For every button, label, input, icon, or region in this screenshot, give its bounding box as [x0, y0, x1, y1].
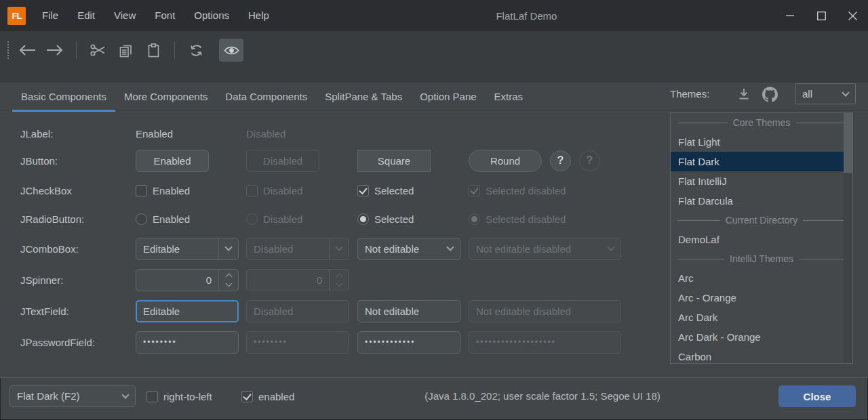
chevron-down-icon: [607, 243, 614, 251]
laf-combobox[interactable]: Flat Dark (F2): [9, 385, 136, 407]
menu-options[interactable]: Options: [184, 0, 239, 31]
menu-view[interactable]: View: [104, 0, 145, 31]
passwordfield-not-editable-disabled: •••••••••••••••••••: [469, 331, 621, 354]
tab-basic-components[interactable]: Basic Components: [12, 83, 115, 110]
tab-option-pane[interactable]: Option Pane: [411, 83, 485, 110]
cut-button[interactable]: [85, 39, 110, 62]
theme-item-arc-dark-orange[interactable]: Arc Dark - Orange: [671, 327, 852, 347]
theme-filter-combobox[interactable]: all: [795, 83, 856, 104]
passwordfield-editable[interactable]: ••••••••: [136, 331, 239, 354]
checkbox-label: Selected: [374, 185, 414, 196]
help-button-disabled: ?: [579, 150, 600, 171]
radio-enabled[interactable]: Enabled: [136, 207, 190, 230]
theme-item-flat-intellij[interactable]: Flat IntelliJ: [671, 171, 852, 191]
jtextfield-row-label: JTextField:: [20, 306, 69, 317]
tab-extras[interactable]: Extras: [486, 83, 532, 110]
jlabel-enabled-label: Enabled: [136, 128, 173, 140]
jbutton-row-label: JButton:: [20, 155, 58, 167]
combobox-disabled: Disabled: [246, 238, 349, 260]
forward-button[interactable]: [43, 39, 67, 62]
jlabel-row: JLabel: Enabled Disabled: [20, 122, 671, 145]
tab-data-components[interactable]: Data Components: [216, 83, 316, 110]
scrollbar-thumb[interactable]: [844, 113, 852, 173]
textfield-not-editable[interactable]: Not editable: [357, 300, 460, 322]
theme-item-carbon[interactable]: Carbon: [671, 347, 852, 364]
enabled-checkbox[interactable]: enabled: [241, 385, 294, 408]
menu-file[interactable]: File: [33, 0, 68, 31]
disabled-button: Disabled: [246, 150, 319, 172]
theme-item-arc[interactable]: Arc: [671, 268, 852, 288]
textfield-editable[interactable]: Editable: [136, 300, 239, 322]
radio-label: Selected disabled: [486, 213, 566, 225]
maximize-icon: [817, 12, 826, 20]
titlebar: FL File Edit View Font Options Help Flat…: [0, 0, 868, 31]
radio-icon: [246, 213, 258, 225]
checkbox-label: Enabled: [153, 185, 190, 196]
theme-item-arc-orange[interactable]: Arc - Orange: [671, 288, 852, 308]
github-button[interactable]: [760, 84, 780, 104]
combobox-arrow-button[interactable]: [218, 238, 238, 259]
combobox-value: Not editable: [358, 243, 440, 255]
chevron-down-icon: [121, 391, 129, 398]
chevron-up-icon: [336, 273, 342, 280]
help-button[interactable]: ?: [550, 150, 571, 171]
jspinner-row-label: JSpinner:: [20, 274, 63, 286]
radio-selected-icon: [469, 213, 480, 225]
maximize-button[interactable]: [806, 0, 837, 31]
checkbox-icon: [246, 185, 258, 196]
theme-list-scrollbar[interactable]: [844, 113, 852, 363]
close-button[interactable]: Close: [778, 385, 856, 407]
checkbox-disabled: Disabled: [246, 179, 302, 202]
menu-edit[interactable]: Edit: [68, 0, 104, 31]
jcombobox-row-label: JComboBox:: [20, 243, 79, 255]
tab-splitpane-tabs[interactable]: SplitPane & Tabs: [316, 83, 411, 110]
theme-item-flat-dark[interactable]: Flat Dark: [671, 152, 852, 171]
copy-button[interactable]: [113, 39, 138, 62]
radio-selected[interactable]: Selected: [357, 207, 414, 230]
theme-item-demolaf[interactable]: DemoLaf: [671, 230, 852, 249]
toolbar-grip-handle[interactable]: [7, 41, 9, 59]
spinner-enabled[interactable]: 0: [136, 269, 239, 291]
app-logo-icon: FL: [7, 7, 26, 25]
textfield-disabled: Disabled: [246, 300, 349, 322]
textfield-not-editable-disabled: Not editable disabled: [469, 300, 621, 322]
combobox-not-editable[interactable]: Not editable: [357, 238, 460, 260]
theme-list: Core Themes Flat Light Flat Dark Flat In…: [670, 112, 853, 364]
jradiobutton-row-label: JRadioButton:: [20, 213, 84, 225]
passwordfield-not-editable[interactable]: ••••••••••••: [357, 331, 460, 354]
eye-icon: [224, 45, 239, 56]
tab-more-components[interactable]: More Components: [115, 83, 216, 110]
enabled-label: enabled: [258, 391, 294, 402]
paste-button[interactable]: [141, 39, 165, 62]
radio-icon: [136, 213, 147, 225]
enabled-button[interactable]: Enabled: [136, 150, 209, 172]
spinner-value: 0: [136, 274, 218, 286]
theme-item-flat-light[interactable]: Flat Light: [671, 132, 852, 152]
arrow-left-icon: [18, 44, 36, 56]
theme-item-arc-dark[interactable]: Arc Dark: [671, 308, 852, 327]
close-window-button[interactable]: [837, 0, 868, 31]
right-to-left-checkbox[interactable]: right-to-left: [146, 385, 212, 408]
minimize-button[interactable]: [774, 0, 806, 31]
toolbar-separator: [174, 41, 175, 59]
menu-help[interactable]: Help: [239, 0, 279, 31]
theme-group-separator: Current Directory: [671, 211, 852, 230]
jbutton-row: JButton: Enabled Disabled Square Round ?…: [20, 149, 671, 172]
show-hidden-toggle[interactable]: [219, 39, 243, 62]
theme-item-flat-darcula[interactable]: Flat Darcula: [671, 191, 852, 211]
download-themes-button[interactable]: [734, 84, 754, 104]
checkbox-enabled[interactable]: Enabled: [136, 179, 190, 202]
combobox-editable[interactable]: Editable: [136, 238, 239, 260]
window-controls: [774, 0, 868, 31]
arrow-right-icon: [46, 44, 64, 56]
checkbox-selected[interactable]: Selected: [357, 179, 414, 202]
round-button[interactable]: Round: [469, 150, 542, 172]
spinner-buttons[interactable]: [218, 270, 238, 291]
jradiobutton-row: JRadioButton: Enabled Disabled Selected …: [20, 207, 671, 230]
menu-font[interactable]: Font: [145, 0, 184, 31]
refresh-button[interactable]: [184, 39, 208, 62]
square-button[interactable]: Square: [357, 150, 431, 172]
radio-label: Disabled: [263, 213, 302, 225]
back-button[interactable]: [15, 39, 39, 62]
chevron-down-icon: [335, 243, 342, 251]
